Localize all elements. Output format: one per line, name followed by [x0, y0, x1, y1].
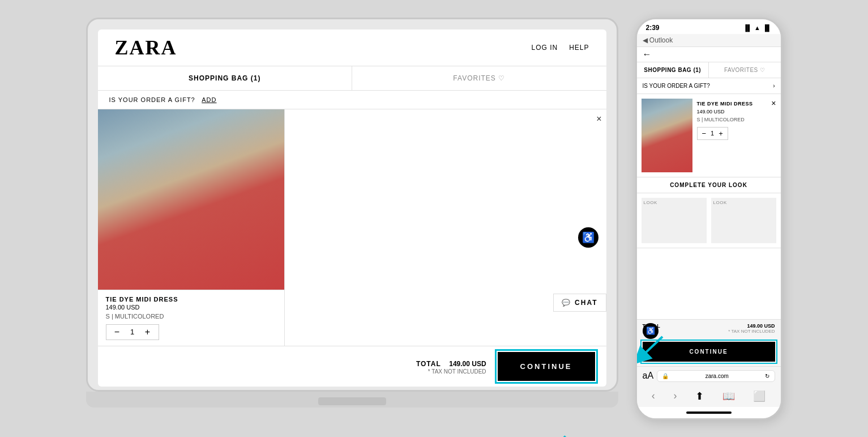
phone-browser-bottom: aA 🔒 zara.com ↻ [637, 366, 781, 385]
svg-line-3 [640, 337, 662, 358]
quantity-value: 1 [128, 328, 137, 336]
phone-qty-decrease[interactable]: − [702, 129, 707, 138]
quantity-decrease-button[interactable]: − [112, 327, 122, 337]
url-lock-icon: 🔒 [662, 373, 669, 379]
browser-aa-text: aA [643, 371, 654, 381]
home-bar [686, 411, 732, 414]
chat-label: CHAT [575, 299, 597, 307]
look-item-2-label: LOOK [713, 200, 727, 205]
look-item-1-label: LOOK [644, 200, 657, 205]
phone-back-nav-icon[interactable]: ‹ [652, 390, 655, 402]
phone-share-icon[interactable]: ⬆ [695, 390, 704, 402]
phone-qty-value: 1 [711, 130, 714, 137]
phone-content: SHOPPING BAG (1) FAVORITES ♡ IS YOUR ORD… [637, 62, 781, 319]
phone-tab-favorites[interactable]: FAVORITES ♡ [709, 62, 781, 78]
accessibility-icon: ♿ [582, 231, 595, 244]
gift-add-link[interactable]: ADD [202, 96, 216, 103]
phone-device: 2:39 ▐▌ ▲ ▐▌ ◀ Outlook ← SHOPPING BAG (1… [635, 18, 783, 420]
continue-button-desktop[interactable]: CONTINUE [498, 352, 595, 381]
help-link[interactable]: HELP [569, 44, 589, 52]
total-amount: 149.00 USD [449, 360, 486, 368]
tabs-bar: SHOPPING BAG (1) FAVORITES ♡ [98, 66, 606, 91]
gift-text: IS YOUR ORDER A GIFT? [109, 96, 195, 103]
phone-remove-button[interactable]: × [771, 99, 776, 108]
phone-product-details: × TIE DYE MIDI DRESS 149.00 USD S | MULT… [697, 99, 776, 172]
phone-product-name: TIE DYE MIDI DRESS [697, 101, 776, 107]
right-section: ♿ 💬 CHAT [285, 109, 606, 346]
chat-button[interactable]: 💬 CHAT [553, 294, 606, 312]
arrow-annotation [533, 431, 573, 438]
quantity-increase-button[interactable]: + [143, 327, 153, 337]
phone-product-variant: S | MULTICOLORED [697, 117, 776, 122]
tab-favorites[interactable]: FAVORITES ♡ [352, 66, 606, 90]
battery-icon: ▐▌ [763, 24, 772, 31]
phone-bookmarks-icon[interactable]: 📖 [722, 390, 735, 402]
arrow-icon [533, 431, 573, 438]
phone-gift-chevron: › [773, 83, 775, 89]
phone-nav-bar: ‹ › ⬆ 📖 ⬜ [637, 385, 781, 407]
laptop-base [86, 392, 618, 408]
cart-content: × TIE DYE MIDI DRESS 149.00 USD S | MULT… [98, 109, 606, 346]
phone-tabs-icon[interactable]: ⬜ [753, 390, 766, 402]
header-nav: LOG IN HELP [531, 44, 589, 52]
chat-icon: 💬 [562, 299, 571, 307]
phone-product-image [642, 99, 692, 172]
laptop-device: ZARA LOG IN HELP SHOPPING BAG (1) FAVORI… [86, 18, 618, 420]
phone-gift-text: IS YOUR ORDER A GIFT? [643, 83, 710, 89]
phone-status-bar: 2:39 ▐▌ ▲ ▐▌ [637, 19, 781, 34]
phone-arrow-annotation [635, 331, 665, 367]
product-price: 149.00 USD [106, 304, 276, 311]
laptop-screen-bezel: ZARA LOG IN HELP SHOPPING BAG (1) FAVORI… [86, 18, 618, 392]
phone-arrow-icon [635, 331, 665, 365]
phone-browser-bar: ◀ Outlook [637, 34, 781, 47]
total-section: TOTAL 149.00 USD * TAX NOT INCLUDED [416, 358, 486, 375]
tax-note: * TAX NOT INCLUDED [416, 368, 486, 375]
laptop-trackpad [318, 397, 386, 405]
signal-icon: ▐▌ [743, 24, 752, 31]
product-variant: S | MULTICOLORED [106, 313, 276, 320]
look-item-1: LOOK [642, 198, 707, 243]
phone-home-indicator [637, 407, 781, 418]
product-section: × TIE DYE MIDI DRESS 149.00 USD S | MULT… [98, 109, 285, 346]
product-image-bg [98, 109, 284, 290]
site-header: ZARA LOG IN HELP [98, 29, 606, 66]
phone-qty-increase[interactable]: + [719, 129, 723, 138]
phone-time: 2:39 [646, 24, 660, 32]
laptop-screen: ZARA LOG IN HELP SHOPPING BAG (1) FAVORI… [98, 29, 606, 387]
phone-total-amount: 149.00 USD [728, 323, 775, 329]
url-reload-icon: ↻ [765, 373, 769, 379]
accessibility-button[interactable]: ♿ [578, 227, 598, 248]
phone-product-area: × TIE DYE MIDI DRESS 149.00 USD S | MULT… [637, 94, 781, 177]
product-image [98, 109, 284, 290]
quantity-control: − 1 + [106, 324, 159, 340]
tab-shopping-bag[interactable]: SHOPPING BAG (1) [98, 66, 353, 90]
zara-logo: ZARA [115, 37, 177, 58]
phone-product-price: 149.00 USD [697, 109, 776, 114]
footer-bar: TOTAL 149.00 USD * TAX NOT INCLUDED CONT… [98, 346, 606, 387]
product-info: × TIE DYE MIDI DRESS 149.00 USD S | MULT… [98, 290, 284, 346]
phone-forward-nav-icon[interactable]: › [673, 390, 677, 402]
gift-bar: IS YOUR ORDER A GIFT? ADD [98, 91, 606, 109]
phone-gift-bar: IS YOUR ORDER A GIFT? › [637, 78, 781, 94]
phone-complete-look-title: COMPLETE YOUR LOOK [637, 177, 781, 193]
phone-back-button[interactable]: ← [643, 49, 652, 60]
phone-tab-shopping-bag[interactable]: SHOPPING BAG (1) [637, 62, 709, 78]
status-icons: ▐▌ ▲ ▐▌ [743, 24, 771, 31]
url-text: zara.com [705, 373, 729, 379]
phone-look-area: LOOK LOOK [637, 193, 781, 248]
wifi-icon: ▲ [754, 24, 760, 31]
phone-tax-note: * TAX NOT INCLUDED [728, 329, 775, 334]
back-app-text: ◀ Outlook [643, 36, 673, 44]
phone-tabs-bar: SHOPPING BAG (1) FAVORITES ♡ [637, 62, 781, 78]
login-link[interactable]: LOG IN [531, 44, 558, 52]
product-name: TIE DYE MIDI DRESS [106, 296, 276, 303]
look-item-2: LOOK [711, 198, 776, 243]
total-label: TOTAL [416, 360, 441, 368]
phone-quantity-control: − 1 + [697, 127, 728, 140]
url-bar[interactable]: 🔒 zara.com ↻ [657, 370, 775, 382]
